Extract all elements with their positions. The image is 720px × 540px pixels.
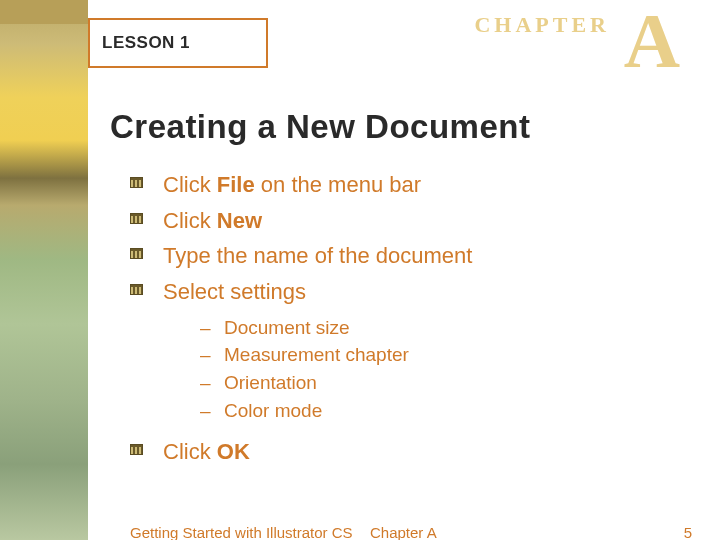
sub-item: – Document size [200, 315, 670, 341]
bullet-icon [130, 248, 143, 259]
chapter-word: CHAPTER [474, 12, 610, 38]
footer-left: Getting Started with Illustrator CS [130, 524, 353, 540]
sub-item: – Orientation [200, 370, 670, 396]
bullet-icon [130, 284, 143, 295]
sub-item: – Color mode [200, 398, 670, 424]
dash-icon: – [200, 372, 224, 394]
chapter-letter: A [624, 2, 680, 80]
bullet-text: Click New [163, 206, 262, 236]
sub-list: – Document size – Measurement chapter – … [200, 315, 670, 424]
bullet-item: Select settings [130, 277, 670, 307]
bullet-text: Type the name of the document [163, 241, 472, 271]
sub-text: Orientation [224, 370, 317, 396]
bullet-icon [130, 444, 143, 455]
slide-title: Creating a New Document [110, 108, 530, 146]
sub-item: – Measurement chapter [200, 342, 670, 368]
dash-icon: – [200, 400, 224, 422]
sub-text: Color mode [224, 398, 322, 424]
sub-text: Measurement chapter [224, 342, 409, 368]
bullet-text: Click OK [163, 437, 250, 467]
sidebar-top-stripe [0, 0, 88, 24]
decorative-sidebar [0, 0, 88, 540]
bullet-item: Click OK [130, 437, 670, 467]
bullet-icon [130, 213, 143, 224]
footer-center: Chapter A [370, 524, 437, 540]
sub-text: Document size [224, 315, 350, 341]
lesson-box: LESSON 1 [88, 18, 268, 68]
bullet-item: Type the name of the document [130, 241, 670, 271]
bullet-item: Click File on the menu bar [130, 170, 670, 200]
dash-icon: – [200, 317, 224, 339]
bullet-item: Click New [130, 206, 670, 236]
content-area: Click File on the menu bar Click New Typ… [130, 170, 670, 473]
page-number: 5 [684, 524, 692, 540]
lesson-label: LESSON 1 [102, 33, 190, 53]
dash-icon: – [200, 344, 224, 366]
bullet-icon [130, 177, 143, 188]
bullet-text: Select settings [163, 277, 306, 307]
bullet-text: Click File on the menu bar [163, 170, 421, 200]
